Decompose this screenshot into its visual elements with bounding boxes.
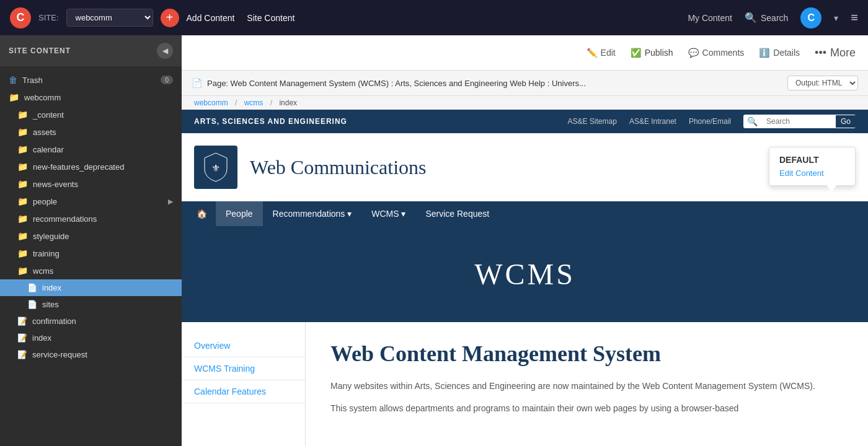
sidebar-item-label: assets — [33, 128, 56, 137]
folder-icon: 📁 — [17, 144, 28, 154]
folder-icon: 📁 — [17, 214, 28, 224]
add-content-label[interactable]: Add Content — [187, 13, 235, 23]
file-doc-icon: 📝 — [17, 317, 27, 326]
sidebar-item-training[interactable]: 📁 training — [0, 245, 182, 262]
preview-search-bar: 🔍 Go — [743, 115, 856, 128]
preview-search-go-button[interactable]: Go — [836, 115, 856, 128]
sidebar-tree: 🗑 Trash 0 📁 webcomm 📁 _content 📁 assets — [0, 66, 182, 446]
preview-area: DEFAULT Edit Content ARTS, SCIENCES AND … — [182, 110, 868, 446]
preview-nav-service-request[interactable]: Service Request — [415, 201, 499, 226]
details-icon: ℹ️ — [759, 48, 769, 58]
sidebar-item-calendar[interactable]: 📁 calendar — [0, 141, 182, 158]
page-icon: 📄 — [192, 78, 202, 88]
sidebar-item-label: new-features_deprecated — [33, 162, 124, 172]
preview-nav-recommendations[interactable]: Recommendations ▾ — [263, 201, 362, 226]
add-content-plus-button[interactable]: + — [161, 9, 179, 27]
page-header: 📄 Page: Web Content Management System (W… — [182, 71, 868, 96]
sidebar: SITE CONTENT ◀ 🗑 Trash 0 📁 webcomm 📁 _co… — [0, 35, 182, 446]
sidebar-item-_content[interactable]: 📁 _content — [0, 106, 182, 123]
sidebar-item-label: calendar — [33, 145, 64, 154]
more-label: More — [830, 46, 856, 59]
app-logo[interactable]: C — [10, 7, 31, 28]
university-shield-logo: ⚜ — [194, 146, 237, 189]
sidebar-item-trash[interactable]: 🗑 Trash 0 — [0, 71, 182, 89]
preview-nav-sitemap[interactable]: AS&E Sitemap — [568, 117, 617, 126]
sidebar-item-label: index — [32, 333, 51, 343]
preview-banner-text: WCMS — [474, 258, 575, 291]
comments-icon: 💬 — [688, 48, 699, 58]
file-doc-icon: 📝 — [17, 333, 27, 343]
file-icon: 📄 — [27, 283, 37, 292]
preview-logo-area: ⚜ Web Communications — [182, 133, 868, 201]
preview-search-icon: 🔍 — [743, 115, 761, 128]
site-content-link[interactable]: Site Content — [247, 13, 294, 23]
comments-button[interactable]: 💬 Comments — [688, 48, 745, 58]
page-title: Page: Web Content Management System (WCM… — [207, 79, 782, 88]
preview-sidebar-calendar[interactable]: Calendar Features — [182, 380, 305, 403]
popup-edit-content-link[interactable]: Edit Content — [779, 168, 845, 178]
preview-nav-intranet[interactable]: AS&E Intranet — [629, 117, 676, 126]
sidebar-item-wcms[interactable]: 📁 wcms — [0, 262, 182, 279]
preview-sidebar-overview[interactable]: Overview — [182, 334, 305, 357]
breadcrumb-part-2[interactable]: wcms — [244, 98, 264, 107]
sidebar-item-new-features[interactable]: 📁 new-features_deprecated — [0, 158, 182, 175]
preview-nav-people[interactable]: People — [216, 201, 263, 226]
preview-site-title: ARTS, SCIENCES AND ENGINEERING — [194, 117, 347, 126]
more-button[interactable]: ••• More — [815, 46, 856, 59]
main-layout: SITE CONTENT ◀ 🗑 Trash 0 📁 webcomm 📁 _co… — [0, 35, 868, 446]
collapse-icon: ◀ — [162, 46, 168, 55]
preview-nav-home[interactable]: 🏠 — [188, 201, 216, 226]
preview-nav-phone[interactable]: Phone/Email — [689, 117, 731, 126]
sidebar-item-news-events[interactable]: 📁 news-events — [0, 175, 182, 193]
output-selector[interactable]: Output: HTML — [787, 76, 858, 90]
publish-icon: ✅ — [631, 48, 641, 58]
site-selector[interactable]: webcomm — [66, 9, 153, 27]
preview-main-text-2: This system allows departments and progr… — [330, 401, 843, 415]
search-button[interactable]: 🔍 Search — [745, 12, 788, 24]
preview-search-input[interactable] — [761, 115, 836, 128]
sidebar-item-recommendations[interactable]: 📁 recommendations — [0, 210, 182, 227]
sidebar-item-label: webcomm — [24, 93, 61, 102]
trash-label: Trash — [22, 76, 43, 85]
edit-icon: ✏️ — [587, 48, 597, 58]
comments-label: Comments — [702, 48, 745, 58]
site-label: SITE: — [38, 13, 59, 22]
popup-default-label: DEFAULT — [779, 155, 845, 165]
edit-button[interactable]: ✏️ Edit — [587, 48, 616, 58]
sidebar-item-label: news-events — [33, 180, 78, 189]
details-button[interactable]: ℹ️ Details — [759, 48, 800, 58]
topbar: C SITE: webcomm + Add Content Site Conte… — [0, 0, 868, 35]
user-avatar[interactable]: C — [800, 7, 822, 28]
sidebar-item-people[interactable]: 📁 people ▶ — [0, 193, 182, 210]
sidebar-item-label: index — [42, 283, 61, 292]
sidebar-collapse-button[interactable]: ◀ — [157, 43, 173, 59]
sidebar-item-sites[interactable]: 📄 sites — [0, 296, 182, 313]
preview-nav-wcms[interactable]: WCMS ▾ — [361, 201, 415, 226]
breadcrumb-part-1[interactable]: webcomm — [194, 98, 228, 107]
sidebar-item-confirmation[interactable]: 📝 confirmation — [0, 313, 182, 330]
trash-badge: 0 — [161, 76, 173, 84]
sidebar-item-label: recommendations — [33, 214, 97, 224]
sidebar-item-index-root[interactable]: 📝 index — [0, 330, 182, 346]
preview-content-body: Overview WCMS Training Calendar Features… — [182, 322, 868, 446]
sidebar-item-assets[interactable]: 📁 assets — [0, 123, 182, 141]
publish-label: Publish — [645, 48, 673, 58]
preview-site-nav: AS&E Sitemap AS&E Intranet Phone/Email 🔍… — [568, 115, 856, 128]
sidebar-item-webcomm[interactable]: 📁 webcomm — [0, 89, 182, 106]
hamburger-menu-button[interactable]: ≡ — [851, 11, 858, 25]
folder-icon: 📁 — [9, 92, 19, 102]
preview-sidebar-wcms-training[interactable]: WCMS Training — [182, 357, 305, 380]
sidebar-item-styleguide[interactable]: 📁 styleguide — [0, 227, 182, 245]
sidebar-header: SITE CONTENT ◀ — [0, 35, 182, 66]
sidebar-item-service-request[interactable]: 📝 service-request — [0, 346, 182, 363]
sidebar-item-index-selected[interactable]: 📄 index — [0, 279, 182, 296]
my-content-link[interactable]: My Content — [688, 13, 732, 23]
default-popup: DEFAULT Edit Content — [769, 147, 856, 186]
folder-icon: 📁 — [17, 196, 28, 206]
sidebar-item-label: training — [33, 249, 60, 258]
details-label: Details — [773, 48, 800, 58]
user-chevron-icon[interactable]: ▾ — [834, 13, 838, 23]
preview-main-content: Web Content Management System Many websi… — [306, 322, 868, 446]
publish-button[interactable]: ✅ Publish — [631, 48, 673, 58]
chevron-right-icon: ▶ — [168, 198, 173, 206]
